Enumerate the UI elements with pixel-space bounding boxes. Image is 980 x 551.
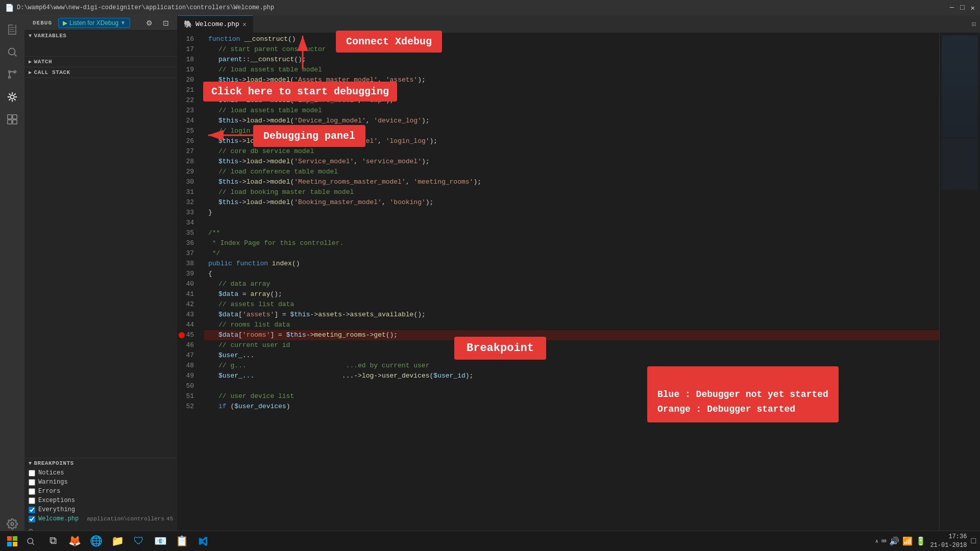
notification-icon[interactable]: □ bbox=[971, 537, 976, 546]
breakpoint-notices-check[interactable] bbox=[29, 470, 35, 477]
code-line-42: // assets list data bbox=[204, 299, 939, 310]
line-num-26: 26 bbox=[178, 136, 199, 146]
taskbar-mail[interactable]: 📧 bbox=[150, 532, 170, 550]
line-num-45: 45 bbox=[178, 330, 199, 340]
app-layout: DEBUG ▶ Listen for XDebug ▼ ⚙ ⊡ ▼ VARIAB… bbox=[0, 15, 980, 538]
breakpoint-errors-check[interactable] bbox=[29, 488, 35, 495]
tray-volume-icon[interactable]: 🔊 bbox=[889, 536, 899, 546]
code-content: function __construct() // start parent c… bbox=[204, 33, 939, 538]
line-num-34: 34 bbox=[178, 218, 199, 228]
taskbar-shield[interactable]: 🛡 bbox=[129, 532, 149, 550]
minimize-button[interactable]: ─ bbox=[950, 4, 954, 12]
line-num-17: 17 bbox=[178, 44, 199, 55]
tab-bar-right: ⊡ bbox=[968, 15, 980, 33]
minimap bbox=[939, 33, 980, 538]
taskbar-vscode[interactable] bbox=[193, 532, 213, 550]
line-num-35: 35 bbox=[178, 228, 199, 238]
windows-start-button[interactable] bbox=[4, 533, 20, 549]
code-line-41: $data = array(); bbox=[204, 289, 939, 299]
breakpoints-section-header[interactable]: ▼ BREAKPOINTS bbox=[24, 458, 177, 468]
tray-network-icon[interactable]: 📶 bbox=[902, 536, 913, 546]
dropdown-icon: ▼ bbox=[120, 20, 126, 26]
code-line-17: // start parent constructor bbox=[204, 44, 939, 55]
watch-arrow-icon: ▶ bbox=[29, 59, 32, 65]
variables-content bbox=[24, 41, 177, 56]
close-button[interactable]: ✕ bbox=[971, 4, 975, 12]
listen-xdebug-button[interactable]: ▶ Listen for XDebug ▼ bbox=[58, 18, 130, 28]
title-bar-path: D:\wamp64\www\new-digi-codeigniter\appli… bbox=[17, 4, 950, 11]
variables-section: ▼ VARIABLES bbox=[24, 31, 177, 57]
svg-rect-1 bbox=[8, 24, 9, 35]
line-num-46: 46 bbox=[178, 340, 199, 350]
svg-rect-23 bbox=[7, 536, 12, 541]
code-line-35: /** bbox=[204, 228, 939, 238]
line-num-27: 27 bbox=[178, 146, 199, 157]
tray-keyboard-icon[interactable]: ⌨ bbox=[881, 536, 887, 546]
maximize-button[interactable]: □ bbox=[960, 4, 964, 12]
activity-git-icon[interactable] bbox=[2, 64, 22, 85]
taskbar-clipboard[interactable]: 📋 bbox=[172, 532, 192, 550]
activity-debug-icon[interactable] bbox=[2, 87, 22, 107]
tray-battery-icon[interactable]: 🔋 bbox=[916, 536, 926, 546]
code-line-39: { bbox=[204, 269, 939, 279]
taskbar-edge[interactable]: 🌐 bbox=[86, 532, 106, 550]
code-line-26: $this->load->model('Login_history_model'… bbox=[204, 136, 939, 146]
watch-section-header[interactable]: ▶ WATCH bbox=[24, 57, 177, 67]
breakpoint-everything-check[interactable] bbox=[29, 507, 35, 513]
breakpoint-everything-label: Everything bbox=[38, 506, 173, 513]
line-num-47: 47 bbox=[178, 350, 199, 361]
taskbar-tray: ∧ ⌨ 🔊 📶 🔋 bbox=[875, 536, 926, 546]
code-editor[interactable]: 16 17 18 19 20 21 22 23 24 25 26 27 28 2… bbox=[178, 33, 980, 538]
variables-arrow-icon: ▼ bbox=[29, 33, 32, 39]
activity-files-icon[interactable] bbox=[2, 19, 22, 40]
breakpoint-exceptions-check[interactable] bbox=[29, 497, 35, 504]
line-num-50: 50 bbox=[178, 381, 199, 391]
activity-bar bbox=[0, 15, 24, 538]
tab-close-button[interactable]: ✕ bbox=[242, 20, 247, 29]
taskbar-time[interactable]: 17:36 21-01-2018 bbox=[930, 533, 967, 550]
code-line-32: $this->load->model('Booking_master_model… bbox=[204, 197, 939, 208]
tray-chevron[interactable]: ∧ bbox=[875, 538, 878, 544]
taskbar-search-button[interactable] bbox=[22, 533, 39, 549]
taskbar-taskview[interactable]: ⧉ bbox=[43, 532, 63, 550]
activity-extensions-icon[interactable] bbox=[2, 109, 22, 130]
open-panel-button[interactable]: ⊡ bbox=[159, 18, 173, 28]
taskbar-explorer[interactable]: 📁 bbox=[107, 532, 128, 550]
line-num-31: 31 bbox=[178, 187, 199, 197]
svg-line-8 bbox=[14, 54, 16, 56]
svg-rect-14 bbox=[8, 115, 12, 119]
svg-rect-5 bbox=[10, 29, 14, 30]
breakpoint-notices-label: Notices bbox=[38, 469, 173, 477]
tab-welcome-php[interactable]: 🐘 Welcome.php ✕ bbox=[178, 15, 253, 33]
activity-search-icon[interactable] bbox=[2, 42, 22, 62]
svg-rect-3 bbox=[15, 24, 16, 35]
settings-gear-button[interactable]: ⚙ bbox=[142, 18, 157, 28]
svg-point-18 bbox=[11, 522, 14, 525]
svg-line-28 bbox=[32, 543, 34, 544]
breakpoint-warnings-check[interactable] bbox=[29, 479, 35, 486]
line-numbers: 16 17 18 19 20 21 22 23 24 25 26 27 28 2… bbox=[178, 33, 204, 538]
callstack-label: CALL STACK bbox=[34, 69, 70, 76]
breakpoint-welcome-check[interactable] bbox=[29, 516, 35, 522]
breakpoints-label: BREAKPOINTS bbox=[34, 460, 74, 466]
code-line-24: $this->load->model('Device_log_model', '… bbox=[204, 116, 939, 126]
variables-section-header[interactable]: ▼ VARIABLES bbox=[24, 31, 177, 41]
line-num-37: 37 bbox=[178, 248, 199, 259]
line-num-41: 41 bbox=[178, 289, 199, 299]
svg-rect-6 bbox=[10, 31, 15, 32]
code-line-51: // user device list bbox=[204, 391, 939, 402]
svg-point-13 bbox=[10, 95, 14, 98]
line-num-48: 48 bbox=[178, 361, 199, 371]
taskbar-right: ∧ ⌨ 🔊 📶 🔋 17:36 21-01-2018 □ bbox=[875, 533, 976, 550]
line-num-39: 39 bbox=[178, 269, 199, 279]
line-num-25: 25 bbox=[178, 126, 199, 136]
svg-rect-26 bbox=[13, 542, 17, 546]
taskbar-firefox[interactable]: 🦊 bbox=[64, 532, 85, 550]
callstack-section-header[interactable]: ▶ CALL STACK bbox=[24, 67, 177, 78]
breakpoint-errors-label: Errors bbox=[38, 488, 173, 495]
title-bar-controls[interactable]: ─ □ ✕ bbox=[950, 4, 975, 12]
line-num-21: 21 bbox=[178, 85, 199, 95]
line-num-36: 36 bbox=[178, 238, 199, 248]
split-editor-icon[interactable]: ⊡ bbox=[972, 20, 976, 29]
code-line-37: */ bbox=[204, 248, 939, 259]
